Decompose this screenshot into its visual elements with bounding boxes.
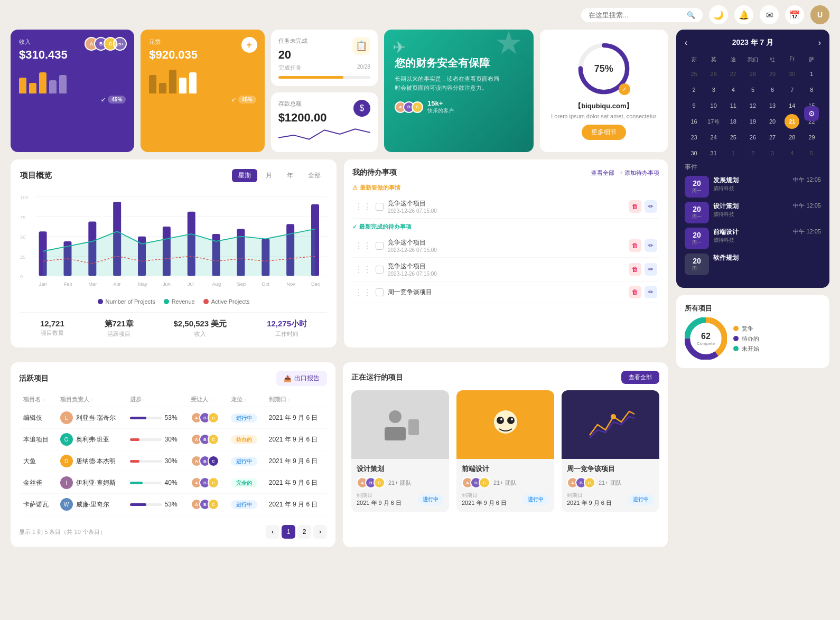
svg-point-41 [507,417,515,424]
cal-d-17[interactable]: 17号 [706,114,721,129]
cal-d-14[interactable]: 14 [785,98,799,113]
todo-date-3: 2023-12-26 07:15:00 [388,271,624,277]
cal-d-1n[interactable]: 1 [726,146,741,161]
todo-checkbox-1[interactable] [376,203,384,211]
add-todo-link[interactable]: + 添加待办事项 [620,169,659,177]
calendar-settings-button[interactable]: ⚙ [804,106,819,121]
drag-icon-4[interactable]: ⋮⋮ [354,287,371,297]
cal-d-21-today[interactable]: 21 [785,114,799,129]
todo-checkbox-2[interactable] [376,242,384,250]
cal-d-30[interactable]: 30 [687,146,702,161]
notification-button[interactable]: 🔔 [734,5,753,24]
cal-d-20[interactable]: 20 [765,114,780,129]
tab-year[interactable]: 年 [281,169,300,182]
tab-month[interactable]: 月 [259,169,278,182]
cal-d-28p[interactable]: 28 [745,67,760,81]
chart-section: 项目概览 星期 月 年 全部 100 75 50 25 [11,159,337,347]
delete-todo-4[interactable]: 🗑 [629,286,641,298]
cal-d-25p[interactable]: 25 [687,67,702,81]
cal-d-1[interactable]: 1 [804,67,819,81]
cal-d-7[interactable]: 7 [785,82,799,97]
add-expense-button[interactable]: + [241,37,257,53]
cal-d-4n[interactable]: 4 [785,146,799,161]
edit-todo-4[interactable]: ✏ [645,286,657,298]
mail-button[interactable]: ✉ [760,5,779,24]
row-assignee-1: A B C [186,407,227,429]
pc-name-1: 设计策划 [357,464,444,474]
sort-icon-name[interactable]: ↕ [42,397,45,402]
cal-d-27p[interactable]: 27 [726,67,741,81]
cal-d-19[interactable]: 19 [745,114,760,129]
event-info-2: 设计策划 威特科技 [713,202,789,218]
cal-d-26p[interactable]: 26 [706,67,721,81]
drag-icon-1[interactable]: ⋮⋮ [354,202,371,212]
cal-d-4[interactable]: 4 [726,82,741,97]
cal-d-16[interactable]: 16 [687,114,702,129]
todo-actions-4: 🗑 ✏ [629,286,657,298]
edit-todo-1[interactable]: ✏ [645,200,657,213]
cal-d-25[interactable]: 25 [726,130,741,145]
cal-d-3[interactable]: 3 [706,82,721,97]
more-detail-button[interactable]: 更多细节 [582,125,626,140]
page-1-button[interactable]: 1 [282,525,295,539]
view-all-button[interactable]: 查看全部 [621,371,659,384]
search-box[interactable]: 🔍 [581,8,703,22]
edit-todo-2[interactable]: ✏ [645,239,657,252]
cal-d-28[interactable]: 28 [785,130,799,145]
cal-d-24[interactable]: 24 [706,130,721,145]
cal-d-11[interactable]: 11 [726,98,741,113]
user-avatar[interactable]: U [810,5,829,24]
manager-avatar-5: W [60,498,73,511]
cal-d-10[interactable]: 10 [706,98,721,113]
cal-d-27[interactable]: 27 [765,130,780,145]
next-month-button[interactable]: › [818,38,821,48]
cal-d-23[interactable]: 23 [687,130,702,145]
cal-d-13[interactable]: 13 [765,98,780,113]
donut-section: 所有项目 62 Compete [676,295,829,368]
sort-icon-manager[interactable]: ↕ [91,397,94,402]
delete-todo-3[interactable]: 🗑 [629,263,641,276]
page-2-button[interactable]: 2 [297,525,311,539]
drag-icon-3[interactable]: ⋮⋮ [354,265,371,275]
cal-d-29p[interactable]: 29 [765,67,780,81]
todo-checkbox-3[interactable] [376,266,384,274]
next-page-button[interactable]: › [313,525,327,539]
delete-todo-1[interactable]: 🗑 [629,200,641,213]
cal-d-5n[interactable]: 5 [804,146,819,161]
cal-d-29[interactable]: 29 [804,130,819,145]
view-all-link[interactable]: 查看全部 [591,169,614,177]
search-input[interactable] [589,11,683,19]
cal-d-8[interactable]: 8 [804,82,819,97]
svg-text:Sep: Sep [237,281,246,287]
cal-d-3n[interactable]: 3 [765,146,780,161]
cal-d-12[interactable]: 12 [745,98,760,113]
chart-stats-row: 12,721 项目数量 第721章 活跃项目 $2,50,523 美元 收入 1… [20,312,327,338]
export-button[interactable]: 📤 出口报告 [276,371,327,386]
row-status-3: 进行中 [227,450,265,472]
cal-d-30p[interactable]: 30 [785,67,799,81]
sort-icon-progress[interactable]: ↕ [143,397,146,402]
calendar-button[interactable]: 📅 [785,5,804,24]
todo-checkbox-4[interactable] [376,288,384,296]
legend-label-pending: 待办的 [742,335,759,343]
sort-icon-status[interactable]: ↕ [244,397,247,402]
drag-icon-2[interactable]: ⋮⋮ [354,241,371,251]
cal-d-26[interactable]: 26 [745,130,760,145]
delete-todo-2[interactable]: 🗑 [629,239,641,252]
prev-month-button[interactable]: ‹ [685,38,687,48]
dark-mode-button[interactable]: 🌙 [709,5,728,24]
cal-d-9[interactable]: 9 [687,98,702,113]
cal-d-2[interactable]: 2 [687,82,702,97]
cal-d-6[interactable]: 6 [765,82,780,97]
prev-page-button[interactable]: ‹ [266,525,279,539]
pc-date-row-3: 到期日 2021 年 9 月 6 日 进行中 [567,492,654,507]
edit-todo-3[interactable]: ✏ [645,263,657,276]
cal-d-18[interactable]: 18 [726,114,741,129]
tab-week[interactable]: 星期 [232,169,257,182]
sort-icon-assignee[interactable]: ↕ [210,397,212,402]
cal-d-2n[interactable]: 2 [745,146,760,161]
tab-all[interactable]: 全部 [302,169,327,182]
cal-d-31[interactable]: 31 [706,146,721,161]
cal-d-5[interactable]: 5 [745,82,760,97]
sort-icon-due[interactable]: ↕ [288,397,291,402]
